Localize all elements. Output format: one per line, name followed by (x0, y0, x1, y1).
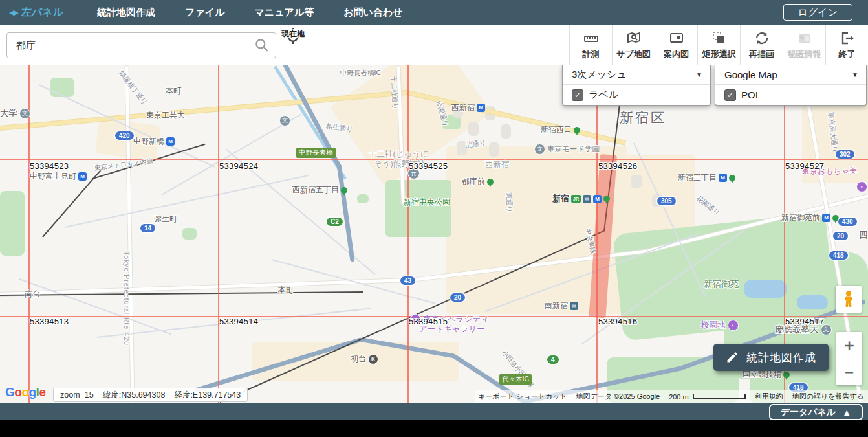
map-label: Tokyo Prefectural Rte 420 (123, 251, 131, 346)
pegman-control[interactable] (836, 286, 862, 313)
map-label: ▪ (856, 181, 867, 192)
poi-pin-icon (487, 179, 494, 185)
map-label: 文東京モード学園 (534, 144, 600, 155)
map-label-text: 中野長者橋 (299, 148, 333, 157)
nav-items: 統計地図作成ファイルマニュアル等お問い合わせ (97, 6, 403, 19)
map-label: 中野新橋M (133, 136, 175, 147)
data-panel-button[interactable]: データパネル ▲ (769, 404, 863, 420)
pegman-icon (840, 289, 857, 309)
map-label-text: 305 (661, 197, 672, 205)
search-input[interactable] (15, 39, 254, 52)
mesh-code-label: 53394523 (30, 161, 69, 171)
toolbar-rectselect-button[interactable]: 矩形選択 (697, 25, 740, 65)
keyboard-shortcuts-link[interactable]: キーボード ショートカット (478, 392, 567, 401)
school-icon: 文 (279, 115, 290, 126)
google-logo-letter: e (39, 385, 45, 399)
map-label-text: 初台 (351, 353, 366, 364)
map-label: 中野長者橋 (296, 148, 336, 158)
map-label: 中野長者橋IC (340, 69, 381, 78)
triangle-up-icon: ▲ (842, 407, 851, 418)
longitude: 経度:E139.717543 (174, 390, 241, 401)
nav-item-0[interactable]: 統計地図作成 (97, 6, 155, 19)
map-label: 新宿中央公園 (404, 197, 450, 208)
map-label: 新宿御苑前M (781, 212, 839, 223)
login-label: ログイン (798, 6, 838, 19)
mesh-select[interactable]: 3次メッシュ ▼ (563, 65, 710, 85)
toolbar-button-label: 再描画 (749, 49, 774, 60)
nav-item-2[interactable]: マニュアル等 (254, 6, 314, 19)
mesh-panel: 3次メッシュ ▼ ✓ ラベル (562, 65, 711, 106)
route-badge: 20 (833, 232, 848, 240)
report-error-link[interactable]: 地図の誤りを報告する (792, 392, 864, 401)
route-badge: 14 (140, 224, 155, 232)
map-canvas[interactable]: 5339452353394524533945255339452653394527… (0, 65, 868, 403)
toolbar-exit-button[interactable]: 終了 (825, 25, 868, 65)
map-label-text: 新宿御苑 (704, 278, 739, 290)
poi-pin-icon (729, 175, 735, 181)
map-attribution: キーボード ショートカット 地図データ ©2025 Google 200 m 利… (475, 390, 868, 403)
map-label: 花園通り (695, 194, 722, 218)
toolbar-submap-button[interactable]: サブ地図 (612, 25, 655, 65)
search-icon[interactable] (254, 37, 270, 54)
route-badge: C2 (327, 218, 343, 226)
poi-checkbox-label: POI (741, 89, 758, 100)
basemap-select[interactable]: Google Map ▼ (715, 65, 866, 85)
label-checkbox-label: ラベル (589, 89, 618, 101)
current-location-button[interactable]: 現在地 (277, 28, 309, 63)
map-label-text: 302 (840, 151, 851, 158)
toolbar-button-label: サブ地図 (616, 49, 651, 60)
museum-icon: ▪ (856, 181, 867, 192)
poi-pin-icon (574, 127, 580, 133)
map-label: 東京工芸大 (146, 110, 185, 121)
map-label: 初台K (351, 353, 378, 364)
toolbar-ruler-button[interactable]: 計測 (569, 25, 612, 65)
map-label-text: 中野長者橋IC (340, 69, 381, 78)
map-label-text: 本町 (278, 285, 294, 296)
zoom-in-button[interactable]: ＋ (836, 332, 862, 359)
nav-item-3[interactable]: お問い合わせ (343, 6, 402, 19)
toolbar-inset-button[interactable]: 案内図 (655, 25, 697, 65)
toolbar-button-label: 計測 (583, 49, 600, 60)
mesh-code-label: 53394514 (219, 317, 258, 326)
map-label: 四 (859, 229, 868, 241)
map-label: 西新宿M (451, 102, 485, 113)
terms-link[interactable]: 利用規約 (755, 392, 783, 401)
metro-icon: M (593, 195, 602, 203)
bottom-bar: データパネル ▲ (0, 403, 868, 420)
map-label: 新宿JR▤M (552, 193, 610, 205)
nav-item-1[interactable]: ファイル (185, 6, 224, 19)
map-label: 十二社通り (389, 76, 400, 110)
mesh-code-label: 53394526 (598, 161, 637, 171)
coordinate-status: zoom=15 緯度:N35.694308 経度:E139.717543 (53, 388, 248, 402)
mesh-code-label: 53394525 (409, 161, 448, 171)
toolbar-refresh-button[interactable]: 再描画 (740, 25, 783, 65)
label-checkbox[interactable]: ✓ (572, 89, 583, 101)
map-label-text: 代々木IC (502, 375, 529, 384)
route-badge: 420 (115, 131, 134, 140)
map-label: 代々木IC (499, 374, 532, 385)
mesh-code-label: 53394517 (785, 317, 824, 326)
map-label-text: 西新宿五丁目 (292, 185, 339, 196)
mesh-grid-line (407, 65, 409, 403)
zoom-out-button[interactable]: − (836, 359, 862, 386)
map-label: 都庁前 (462, 176, 494, 187)
map-label-text: 大学 (0, 107, 17, 119)
inset-icon (668, 29, 685, 47)
top-nav: ◀▶ 左パネル 統計地図作成ファイルマニュアル等お問い合わせ ログイン (0, 0, 868, 25)
metro-icon: M (822, 214, 830, 222)
mesh-grid-line (596, 65, 598, 403)
mesh-select-value: 3次メッシュ (572, 69, 627, 81)
mesh-code-label: 53394516 (598, 317, 637, 326)
create-stat-map-button[interactable]: 統計地図作成 (713, 344, 829, 371)
route-badge: 4 (547, 355, 559, 364)
scale-label: 200 m (669, 393, 689, 401)
route-badge: 302 (836, 150, 854, 159)
login-button[interactable]: ログイン (783, 4, 852, 21)
poi-checkbox[interactable]: ✓ (724, 89, 736, 101)
map-label-text: 十二社通り (389, 76, 400, 110)
left-panel-toggle[interactable]: ◀▶ 左パネル (9, 6, 63, 19)
google-logo[interactable]: Google (5, 385, 45, 399)
map-data-label: 地図データ ©2025 Google (576, 392, 660, 401)
map-label-text: 4 (551, 356, 555, 363)
toolbar-button-label: 秘匿情報 (788, 49, 821, 60)
